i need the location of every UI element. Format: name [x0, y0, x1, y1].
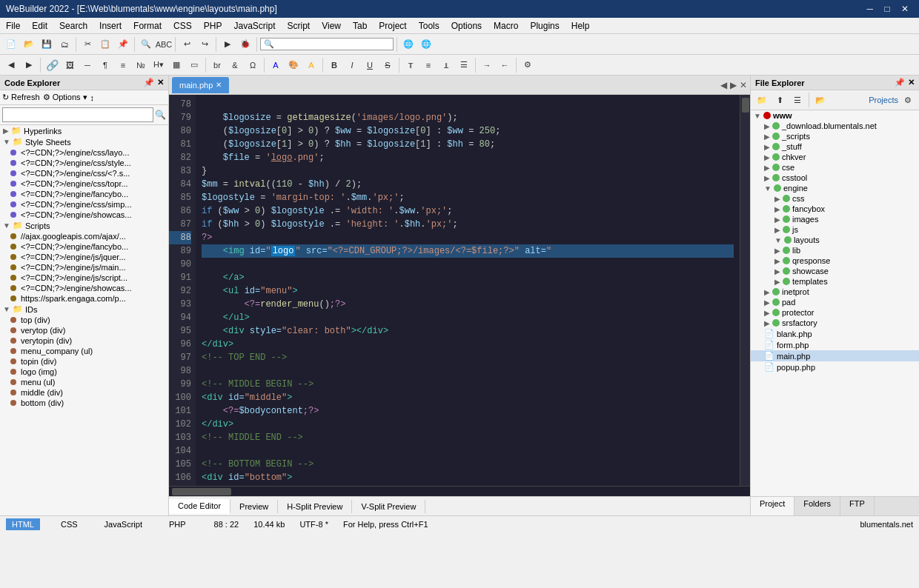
- fe-upload-btn[interactable]: ⬆: [772, 92, 788, 108]
- tab-close-btn[interactable]: ✕: [740, 80, 747, 90]
- rtab-folders[interactable]: Folders: [794, 497, 840, 515]
- tree-item-id-top[interactable]: top (div): [0, 315, 168, 325]
- menu-options[interactable]: Options: [445, 19, 488, 33]
- link-btn[interactable]: 🔗: [44, 57, 60, 73]
- h-scrollbar-thumb[interactable]: [172, 488, 231, 495]
- tree-item-js1[interactable]: //ajax.googleapis.com/ajax/...: [0, 231, 168, 241]
- close-tab-btn[interactable]: ✕: [216, 81, 222, 89]
- tree-item-ids[interactable]: ▼ 📁 IDs: [0, 304, 168, 315]
- close-right-btn[interactable]: ✕: [908, 78, 915, 87]
- par-btn[interactable]: ¶: [97, 57, 113, 73]
- forward-btn[interactable]: ▶: [21, 57, 37, 73]
- strike-btn[interactable]: S: [379, 57, 396, 73]
- tree-item-id-menu[interactable]: menu (ul): [0, 377, 168, 387]
- tree-item-js4[interactable]: <?=CDN;?>/engine/js/main...: [0, 262, 168, 273]
- menu-css[interactable]: CSS: [167, 19, 198, 33]
- tree-item-id-verytop[interactable]: verytop (div): [0, 325, 168, 335]
- ftree-scripts[interactable]: ▶ _scripts: [751, 131, 919, 141]
- minimize-btn[interactable]: ─: [863, 4, 878, 14]
- debug-btn[interactable]: 🐞: [237, 36, 253, 53]
- fe-goto-btn[interactable]: 📂: [812, 92, 829, 108]
- ftree-download[interactable]: ▶ _download.blumentals.net: [751, 121, 919, 131]
- nbsp-btn[interactable]: &: [227, 57, 243, 73]
- vertical-scrollbar[interactable]: [740, 95, 750, 486]
- tree-item-css3[interactable]: <?=CDN;?>/engine/css/<?.s...: [0, 168, 168, 178]
- find-btn[interactable]: 🔍: [138, 36, 154, 53]
- tree-item-js2[interactable]: <?=CDN;?>/engine/fancybo...: [0, 241, 168, 252]
- table-btn[interactable]: ▦: [168, 57, 185, 73]
- projects-link[interactable]: Projects: [869, 96, 898, 104]
- colorpicker-btn[interactable]: 🎨: [285, 57, 302, 73]
- menu-search[interactable]: Search: [53, 19, 93, 33]
- menu-view[interactable]: View: [316, 19, 347, 33]
- tree-item-css2[interactable]: <?=CDN;?>/engine/css/style...: [0, 158, 168, 168]
- outdent-btn[interactable]: ←: [497, 57, 513, 73]
- tree-item-css7[interactable]: <?=CDN;?>/engine/showcas...: [0, 210, 168, 220]
- ftree-engine[interactable]: ▼ engine: [751, 183, 919, 193]
- editor-tab-main[interactable]: main.php ✕: [172, 77, 229, 93]
- symbol-btn[interactable]: Ω: [245, 57, 261, 73]
- menu-javascript[interactable]: JavaScript: [228, 19, 281, 33]
- spell-btn[interactable]: ABC: [156, 36, 172, 53]
- ftree-www[interactable]: ▼ www: [751, 110, 919, 121]
- undo-btn[interactable]: ↩: [179, 36, 195, 53]
- find-input-box[interactable]: 🔍: [260, 38, 394, 50]
- tree-item-css6[interactable]: <?=CDN;?>/engine/css/simp...: [0, 199, 168, 210]
- rtab-ftp[interactable]: FTP: [840, 497, 875, 515]
- ftree-blank-php[interactable]: 📄 blank.php: [751, 328, 919, 339]
- align-left-btn[interactable]: ⫪: [402, 57, 419, 73]
- explorer-search-input[interactable]: [2, 107, 153, 122]
- save-btn[interactable]: 💾: [39, 36, 55, 53]
- ftree-js[interactable]: ▶ js: [751, 224, 919, 235]
- menu-insert[interactable]: Insert: [93, 19, 127, 33]
- image-btn[interactable]: 🖼: [62, 57, 78, 73]
- copy-btn[interactable]: 📋: [97, 36, 113, 53]
- tree-item-hyperlinks[interactable]: ▶ 📁 Hyperlinks: [0, 125, 168, 136]
- tree-item-css4[interactable]: <?=CDN;?>/engine/css/topr...: [0, 178, 168, 189]
- ftree-layouts[interactable]: ▼ layouts: [751, 235, 919, 245]
- tree-item-id-verytopin[interactable]: verytopin (div): [0, 335, 168, 346]
- list-btn[interactable]: ≡: [115, 57, 131, 73]
- menu-php[interactable]: PHP: [198, 19, 228, 33]
- ftree-form-php[interactable]: 📄 form.php: [751, 339, 919, 350]
- ftree-inetprot[interactable]: ▶ inetprot: [751, 287, 919, 297]
- ftree-templates[interactable]: ▶ templates: [751, 276, 919, 287]
- scrollbar-thumb[interactable]: [742, 98, 749, 113]
- sort-btn[interactable]: ↕: [90, 93, 95, 102]
- ftree-qresponse[interactable]: ▶ qresponse: [751, 255, 919, 266]
- ftree-pad[interactable]: ▶ pad: [751, 297, 919, 307]
- save-all-btn[interactable]: 🗂: [56, 36, 73, 53]
- ftree-lib[interactable]: ▶ lib: [751, 245, 919, 255]
- ftree-images[interactable]: ▶ images: [751, 214, 919, 224]
- menu-tab[interactable]: Tab: [347, 19, 373, 33]
- bold-btn[interactable]: B: [326, 57, 342, 73]
- cut-btn[interactable]: ✂: [79, 36, 96, 53]
- tab-vsplit-preview[interactable]: V-Split Preview: [352, 500, 425, 513]
- more-btn[interactable]: ⚙: [520, 57, 536, 73]
- tree-item-stylesheets[interactable]: ▼ 📁 Style Sheets: [0, 136, 168, 147]
- menu-project[interactable]: Project: [373, 19, 412, 33]
- tree-item-scripts[interactable]: ▼ 📁 Scripts: [0, 220, 168, 231]
- tab-hsplit-preview[interactable]: H-Split Preview: [278, 500, 352, 513]
- bottom-tab-css[interactable]: CSS: [55, 518, 84, 530]
- ftree-showcase[interactable]: ▶ showcase: [751, 266, 919, 276]
- tree-item-id-topin[interactable]: topin (div): [0, 356, 168, 367]
- tree-item-js5[interactable]: <?=CDN;?>/engine/js/script...: [0, 273, 168, 283]
- code-editor[interactable]: $logosize = getimagesize('images/logo.pn…: [196, 95, 740, 486]
- menu-plugins[interactable]: Plugins: [524, 19, 565, 33]
- highlight-btn[interactable]: A: [303, 57, 319, 73]
- tree-item-id-bottom[interactable]: bottom (div): [0, 398, 168, 408]
- ftree-main-php[interactable]: 📄 main.php: [751, 350, 919, 361]
- align-justify-btn[interactable]: ☰: [456, 57, 472, 73]
- tree-item-css1[interactable]: <?=CDN;?>/engine/css/layo...: [0, 147, 168, 158]
- italic-btn[interactable]: I: [344, 57, 360, 73]
- hr-btn[interactable]: ─: [79, 57, 96, 73]
- back-btn[interactable]: ◀: [3, 57, 19, 73]
- pin-right-btn[interactable]: 📌: [895, 78, 905, 87]
- open-btn[interactable]: 📂: [21, 36, 37, 53]
- ftree-cse[interactable]: ▶ cse: [751, 162, 919, 173]
- tab-preview[interactable]: Preview: [230, 500, 278, 513]
- fe-new-folder-btn[interactable]: 📁: [754, 92, 770, 108]
- tree-item-js3[interactable]: <?=CDN;?>/engine/js/jquer...: [0, 252, 168, 262]
- bottom-tab-php[interactable]: PHP: [163, 518, 192, 530]
